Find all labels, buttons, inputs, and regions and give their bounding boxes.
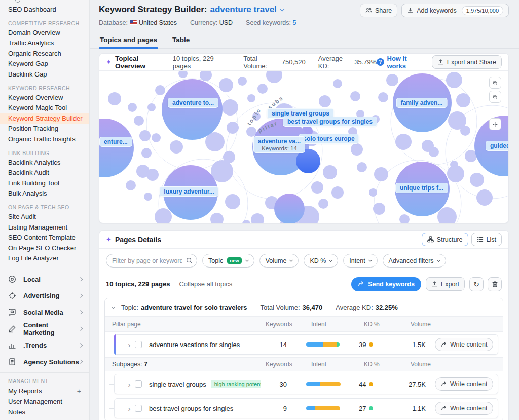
sidebar-item-log-file-analyzer[interactable]: Log File Analyzer (0, 253, 89, 264)
sidebar-item-organic-traffic-insights[interactable]: Organic Traffic Insights (0, 134, 89, 145)
sidebar-item-user-management[interactable]: User Management (0, 396, 89, 407)
filter-advanced-filters[interactable]: Advanced filters (383, 254, 446, 268)
sidebar-item-traffic-analytics[interactable]: Traffic Analytics (0, 38, 89, 49)
overview-average-kd: Average KD: 35.79% (318, 55, 377, 70)
new-badge: new (227, 257, 242, 264)
page-row-best-travel-groups-for-singles[interactable]: ›best travel groups for singles9271.1KWr… (114, 398, 498, 418)
bubble-label-guided-adv[interactable]: guided adv... (486, 141, 508, 151)
bubble-label-adventure-to[interactable]: adventure to... (168, 98, 218, 108)
sidebar-item-keyword-strategy-builder[interactable]: Keyword Strategy Builder (0, 113, 89, 124)
sidebar-app-advertising[interactable]: Advertising (0, 287, 89, 304)
sidebar-app-agency-solutions[interactable]: Agency Solutions (0, 354, 89, 370)
filter-intent[interactable]: Intent (343, 254, 377, 268)
download-icon (407, 7, 414, 14)
page-row-adventure-vacations-for-singles[interactable]: ›adventure vacations for singles14391.5K… (114, 334, 498, 355)
filter-topic[interactable]: Topicnew (202, 254, 254, 268)
sidebar-item-domain-overview[interactable]: Domain Overview (0, 28, 89, 39)
sidebar-item-my-reports[interactable]: My Reports+ (0, 386, 89, 396)
list-view-button[interactable]: List (471, 233, 502, 246)
chevron-right-icon (79, 343, 83, 347)
sidebar-app-content-marketing[interactable]: Content Marketing (0, 321, 89, 337)
sidebar-item-bulk-analysis[interactable]: Bulk Analysis (0, 188, 89, 199)
sidebar-item-position-tracking[interactable]: Position Tracking (0, 124, 89, 134)
tab-topics-and-pages[interactable]: Topics and pages (99, 34, 158, 48)
bubble-label-enture[interactable]: enture... (99, 137, 132, 147)
intent-bar (306, 382, 341, 386)
sidebar-item-keyword-overview[interactable]: Keyword Overview (0, 93, 89, 103)
filter-volume[interactable]: Volume (260, 254, 299, 268)
write-content-button[interactable]: Write content (435, 338, 493, 351)
sidebar-item-on-page-seo-checker[interactable]: On Page SEO Checker (0, 243, 89, 254)
sidebar-item-keyword-magic-tool[interactable]: Keyword Magic Tool (0, 103, 89, 113)
sidebar-item-keyword-gap[interactable]: Keyword Gap (0, 59, 89, 69)
sidebar-item-backlink-gap[interactable]: Backlink Gap (0, 69, 89, 80)
refresh-button[interactable]: ↻ (469, 277, 484, 291)
chevron-down-icon (245, 258, 249, 261)
sidebar-item-organic-research[interactable]: Organic Research (0, 49, 89, 59)
share-button[interactable]: Share (360, 4, 397, 17)
send-keywords-button[interactable]: Send keywords (351, 277, 421, 291)
row-checkbox[interactable] (135, 405, 142, 412)
kd-value: 39 (359, 341, 385, 349)
collapse-all-link[interactable]: Collapse all topics (179, 280, 232, 288)
keyword-filter (106, 254, 197, 268)
bubble-label-luxury-adventur[interactable]: luxury adventur... (159, 186, 218, 197)
page-name: single travel groupshigh ranking potenti… (149, 380, 261, 388)
bubble-label-unique-trips-f[interactable]: unique trips f... (395, 183, 448, 193)
page-title-text: Keyword Strategy Builder: (99, 5, 207, 15)
sparkle-icon: ✦ (106, 236, 112, 243)
filters-bar: TopicnewVolumeKD %IntentAdvanced filters (99, 249, 508, 273)
filter-kd[interactable]: KD % (304, 254, 338, 268)
sidebar-item-seo-content-template[interactable]: SEO Content Template (0, 233, 89, 243)
expand-row-icon[interactable]: › (124, 405, 135, 412)
sidebar-item-backlink-analytics[interactable]: Backlink Analytics (0, 158, 89, 168)
delete-button[interactable] (488, 277, 502, 291)
expand-row-icon[interactable]: › (124, 341, 135, 349)
export-and-share-button[interactable]: Export and Share (432, 55, 502, 69)
chevron-down-icon[interactable] (280, 7, 284, 11)
topic-bubble-map[interactable]: subs topic pillar enture...adventure to.… (99, 71, 508, 223)
bubble-label-best-travel-groups-for-singles[interactable]: best travel groups for singles (283, 117, 377, 127)
sidebar-app-trends[interactable]: .Trends (0, 337, 89, 354)
recenter-button[interactable] (489, 118, 501, 130)
add-keywords-button[interactable]: Add keywords 1,975/10,000 (401, 4, 509, 17)
bubble-keywords-count: Keywords: 14 (258, 145, 301, 151)
kd-dot (369, 406, 373, 410)
sidebar-app-social-media[interactable]: Social Media (0, 304, 89, 321)
expand-row-icon[interactable]: › (124, 380, 135, 388)
bubble-label-solo-tours-europe[interactable]: solo tours europe (299, 134, 359, 144)
us-flag-icon (130, 20, 137, 25)
write-content-button[interactable]: Write content (435, 402, 493, 415)
how-it-works-link[interactable]: ? How it works (377, 55, 425, 70)
send-arrow-icon (358, 281, 364, 287)
export-button[interactable]: Export (426, 277, 465, 291)
pencil-icon (8, 324, 17, 333)
sidebar-item-site-audit[interactable]: Site Audit (0, 212, 89, 222)
sidebar-item-backlink-audit[interactable]: Backlink Audit (0, 168, 89, 178)
structure-view-button[interactable]: Structure (422, 233, 468, 246)
sidebar-item-listing-management[interactable]: Listing Management (0, 222, 89, 233)
tab-table[interactable]: Table (171, 34, 191, 48)
topic-summary-row[interactable]: Topic: adventure travel for solo travele… (105, 298, 503, 317)
keyword-quota-badge: 1,975/10,000 (462, 6, 503, 15)
write-content-button[interactable]: Write content (435, 377, 493, 391)
filter-input[interactable] (106, 254, 197, 268)
sidebar-app-local[interactable]: Local (0, 271, 89, 288)
page-row-single-travel-groups[interactable]: ›single travel groupshigh ranking potent… (114, 374, 498, 394)
project-name[interactable]: adventure travel (210, 5, 277, 15)
row-checkbox[interactable] (135, 380, 142, 388)
bubble-label-adventure-va[interactable]: adventure va...Keywords: 14 (253, 136, 305, 153)
row-checkbox[interactable] (135, 341, 142, 348)
sidebar-item-seo-dashboard[interactable]: SEO Dashboard (0, 5, 89, 15)
add-icon[interactable]: + (77, 387, 81, 395)
col-keywords: Keywords (266, 321, 292, 328)
zoom-in-button[interactable] (489, 77, 501, 89)
collapse-topic-icon[interactable] (112, 304, 115, 308)
zoom-out-button[interactable] (489, 91, 501, 103)
sidebar-item-link-building-tool[interactable]: Link Building Tool (0, 178, 89, 189)
sidebar-item-notes[interactable]: Notes (0, 407, 89, 417)
pages-details-card: ✦ Pages Details Structure List (99, 230, 509, 420)
col-pillar-page: Pillar page (105, 321, 266, 328)
bubble-label-family-adven[interactable]: family adven... (396, 98, 448, 108)
upload-icon (431, 281, 438, 287)
